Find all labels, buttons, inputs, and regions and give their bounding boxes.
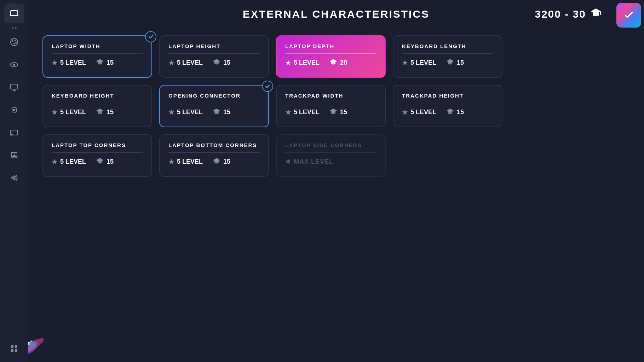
max-level-text: MAX LEVEL — [294, 158, 333, 165]
score-value: 15 — [107, 158, 114, 165]
mortarboard-icon — [329, 108, 337, 116]
card-trackpad-width[interactable]: TRACKPAD WIDTH★5 LEVEL 15 — [276, 85, 386, 127]
sidebar-item-eye[interactable] — [4, 55, 24, 75]
card-laptop-width[interactable]: LAPTOP WIDTH★5 LEVEL 15 — [42, 35, 152, 78]
card-keyboard-height[interactable]: KEYBOARD HEIGHT★5 LEVEL 15 — [42, 85, 152, 127]
score-value: 15 — [107, 59, 114, 66]
card-laptop-bottom-corners[interactable]: LAPTOP BOTTOM CORNERS★5 LEVEL 15 — [159, 134, 269, 177]
svg-rect-34 — [15, 349, 17, 352]
star-icon: ★ — [168, 109, 174, 116]
cards-grid: LAPTOP WIDTH★5 LEVEL 15LAPTOP HEIGHT★5 L… — [42, 35, 502, 177]
svg-rect-35 — [600, 11, 601, 15]
level-value: 5 LEVEL — [294, 59, 320, 66]
card-laptop-side-corners[interactable]: LAPTOP SIDE CORNERS★MAX LEVEL — [276, 134, 386, 177]
sidebar-dots — [12, 27, 17, 29]
card-laptop-top-corners[interactable]: LAPTOP TOP CORNERS★5 LEVEL 15 — [42, 134, 152, 177]
level-item-trackpad-height: ★5 LEVEL — [402, 109, 436, 116]
card-laptop-depth[interactable]: LAPTOP DEPTH★5 LEVEL 20 — [276, 35, 386, 78]
star-icon: ★ — [402, 59, 408, 67]
svg-rect-1 — [10, 15, 18, 16]
card-title-keyboard-length: KEYBOARD LENGTH — [402, 43, 493, 54]
card-stats-laptop-width: ★5 LEVEL 15 — [52, 59, 143, 67]
card-stats-trackpad-height: ★5 LEVEL 15 — [402, 108, 493, 116]
card-trackpad-height[interactable]: TRACKPAD HEIGHT★5 LEVEL 15 — [393, 85, 502, 127]
card-title-trackpad-width: TRACKPAD WIDTH — [285, 93, 376, 103]
level-item-keyboard-height: ★5 LEVEL — [52, 109, 86, 116]
page-title: EXTERNAL CHARACTERISTICS — [243, 8, 430, 20]
star-icon: ★ — [168, 158, 174, 166]
score-item-laptop-depth: 20 — [329, 59, 347, 67]
card-title-laptop-depth: LAPTOP DEPTH — [285, 43, 376, 54]
level-value: 5 LEVEL — [60, 158, 86, 165]
level-value: 5 LEVEL — [294, 109, 320, 116]
svg-point-27 — [11, 135, 12, 136]
svg-point-3 — [12, 40, 13, 42]
score-value: 15 — [223, 158, 230, 165]
score-value: 15 — [223, 59, 230, 66]
level-value: 5 LEVEL — [60, 59, 86, 66]
level-item-keyboard-length: ★5 LEVEL — [402, 59, 436, 67]
card-title-laptop-height: LAPTOP HEIGHT — [168, 43, 260, 54]
score-item-laptop-width: 15 — [96, 59, 114, 67]
card-keyboard-length[interactable]: KEYBOARD LENGTH★5 LEVEL 15 — [393, 35, 502, 78]
mortarboard-icon — [213, 59, 220, 67]
sidebar-item-grid[interactable] — [4, 339, 24, 358]
svg-rect-31 — [11, 345, 13, 348]
star-icon: ★ — [52, 109, 57, 116]
svg-rect-13 — [13, 109, 15, 111]
sidebar-item-laptop[interactable] — [4, 4, 24, 23]
score-item-keyboard-height: 15 — [96, 108, 114, 116]
score-value: 15 — [340, 109, 347, 116]
star-icon: ★ — [285, 59, 291, 67]
sidebar-item-palette[interactable] — [4, 32, 24, 52]
svg-rect-0 — [11, 11, 18, 15]
card-stats-keyboard-length: ★5 LEVEL 15 — [402, 59, 493, 67]
sidebar-item-monitor[interactable] — [4, 77, 24, 97]
check-badge-opening-connector — [262, 81, 273, 92]
card-title-opening-connector: OPENING CONNECTOR — [168, 93, 260, 103]
star-icon: ★ — [168, 59, 174, 67]
level-item-laptop-height: ★5 LEVEL — [168, 59, 203, 67]
svg-point-4 — [15, 40, 16, 41]
score-item-trackpad-height: 15 — [446, 108, 464, 116]
card-stats-laptop-height: ★5 LEVEL 15 — [168, 59, 260, 67]
sidebar — [0, 0, 28, 362]
mortarboard-icon — [446, 108, 454, 116]
score-value: 15 — [457, 59, 464, 66]
sidebar-item-sound[interactable] — [4, 168, 24, 188]
svg-point-6 — [13, 43, 15, 45]
svg-point-8 — [13, 64, 15, 66]
level-item-laptop-width: ★5 LEVEL — [52, 59, 86, 67]
level-item-laptop-depth: ★5 LEVEL — [285, 59, 320, 67]
mortarboard-icon — [213, 158, 220, 166]
confirm-button[interactable] — [616, 3, 641, 28]
card-opening-connector[interactable]: OPENING CONNECTOR★5 LEVEL 15 — [159, 85, 269, 127]
level-value: 5 LEVEL — [410, 59, 436, 66]
mortarboard-icon — [329, 59, 337, 67]
mortarboard-icon — [96, 108, 104, 116]
level-item-opening-connector: ★5 LEVEL — [168, 109, 203, 116]
sidebar-item-download[interactable] — [4, 145, 24, 165]
card-title-trackpad-height: TRACKPAD HEIGHT — [402, 93, 493, 103]
card-title-keyboard-height: KEYBOARD HEIGHT — [52, 93, 143, 103]
mortarboard-icon — [446, 59, 454, 67]
mortarboard-icon — [213, 108, 220, 116]
card-title-laptop-width: LAPTOP WIDTH — [52, 43, 143, 54]
svg-point-5 — [15, 42, 17, 43]
sidebar-item-cast[interactable] — [4, 123, 24, 142]
card-laptop-height[interactable]: LAPTOP HEIGHT★5 LEVEL 15 — [159, 35, 269, 78]
score-value: 20 — [340, 59, 347, 66]
svg-point-30 — [16, 158, 17, 158]
stat-star-laptop-side-corners: ★MAX LEVEL — [285, 158, 333, 165]
sidebar-item-chip[interactable] — [4, 100, 24, 120]
card-stats-laptop-side-corners: ★MAX LEVEL — [285, 158, 376, 165]
score-item-trackpad-width: 15 — [329, 108, 347, 116]
card-title-laptop-top-corners: LAPTOP TOP CORNERS — [52, 142, 143, 153]
score-item-laptop-bottom-corners: 15 — [213, 158, 230, 166]
level-value: 5 LEVEL — [177, 158, 203, 165]
card-stats-opening-connector: ★5 LEVEL 15 — [168, 108, 260, 116]
level-value: 5 LEVEL — [177, 59, 203, 66]
main-content: LAPTOP WIDTH★5 LEVEL 15LAPTOP HEIGHT★5 L… — [28, 28, 644, 362]
mortarboard-icon — [96, 59, 104, 67]
score-value: 15 — [457, 109, 464, 116]
